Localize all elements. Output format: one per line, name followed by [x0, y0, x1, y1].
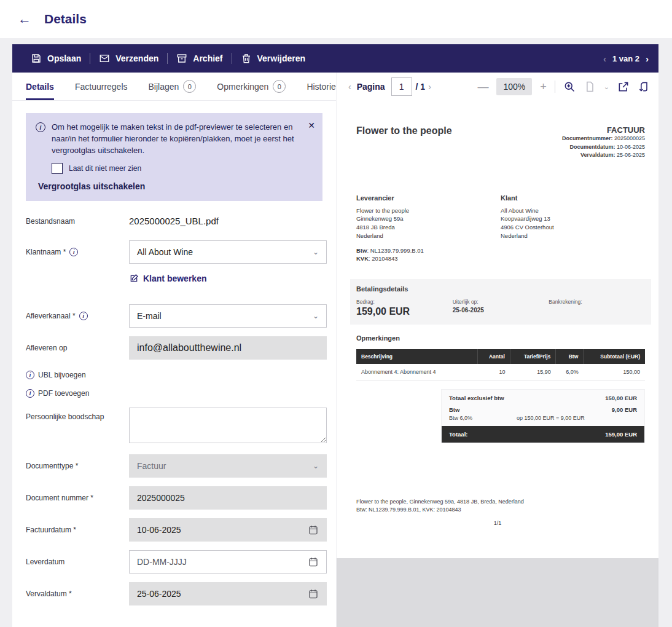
page-prev-icon[interactable]: ‹ [345, 82, 354, 92]
documentnummer-field: 2025000025 [129, 486, 327, 510]
factuurdatum-field: 10-06-2025 [129, 518, 327, 542]
document-card: Opslaan Verzenden Archief Verwijderen ‹ … [12, 44, 658, 627]
footer-ids: Btw: NL1239.79.999.B.01, KVK: 20104843 [356, 506, 645, 514]
chevron-down-icon[interactable]: ⌄ [604, 83, 609, 91]
zoom-level[interactable]: 100% [496, 78, 532, 95]
afleveren-op-label-text: Afleveren op [26, 344, 67, 352]
page-number-input[interactable] [391, 77, 412, 96]
afleverkanaal-value: E-mail [137, 311, 162, 321]
info-icon: i [36, 122, 45, 132]
klantnaam-select[interactable]: All About Wine ⌄ [129, 240, 327, 264]
invoice-lines-table: Beschrijving Aantal Tarief/Prijs Btw Sub… [356, 349, 645, 381]
vervaldatum-field: 25-06-2025 [129, 582, 327, 605]
btw-label: Btw [449, 406, 459, 413]
tab-bijlagen[interactable]: Bijlagen 0 [149, 73, 197, 100]
zoom-in-button[interactable]: + [540, 81, 547, 93]
pdf-viewer-canvas[interactable]: Flower to the people FACTUUR Documentnum… [337, 101, 658, 627]
cell-subtotaal: 150,00 [584, 364, 645, 381]
tab-opmerkingen-label: Opmerkingen [217, 82, 268, 92]
delete-button-label: Verwijderen [257, 53, 306, 63]
delete-button[interactable]: Verwijderen [232, 44, 315, 73]
archive-button-label: Archief [193, 53, 222, 63]
pager-prev-icon[interactable]: ‹ [603, 53, 606, 64]
trash-icon [241, 53, 252, 64]
supplier-btw: Btw: NL1239.79.999.B.01 [356, 246, 501, 255]
tab-historie[interactable]: Historie [307, 73, 335, 100]
chevron-down-icon: ⌄ [313, 462, 319, 470]
info-icon: i [79, 312, 88, 320]
save-button[interactable]: Opslaan [22, 44, 90, 73]
invoice-company-name: Flower to the people [356, 125, 452, 136]
mail-icon [99, 53, 110, 64]
customer-address-line: All About Wine [501, 207, 645, 215]
col-btw: Btw [556, 349, 584, 364]
total-value: 159,00 EUR [605, 431, 637, 438]
archive-button[interactable]: Archief [168, 44, 231, 73]
open-in-new-icon[interactable] [617, 81, 630, 93]
send-button[interactable]: Verzenden [90, 44, 167, 73]
col-aantal: Aantal [477, 349, 510, 364]
documenttype-value: Factuur [137, 461, 166, 471]
details-panel: Details Factuurregels Bijlagen 0 Opmerki… [12, 73, 336, 627]
dont-show-again-checkbox[interactable] [52, 163, 63, 174]
page-title: Details [44, 12, 87, 26]
document-toolbar: Opslaan Verzenden Archief Verwijderen ‹ … [12, 44, 658, 73]
pagina-label: Pagina [357, 82, 385, 92]
leverdatum-field[interactable] [129, 550, 327, 574]
customer-address-line: Nederland [501, 232, 645, 240]
chevron-down-icon: ⌄ [313, 248, 319, 256]
klant-bewerken-link[interactable]: Klant bewerken [129, 274, 327, 283]
rotate-page-icon[interactable] [638, 81, 650, 93]
due-date-value: 25-06-2025 [453, 307, 549, 314]
disable-magnifier-link[interactable]: Vergrootglas uitschakelen [38, 181, 313, 191]
documenttype-label-text: Documenttype * [26, 462, 78, 470]
supplier-address-line: Flower to the people [356, 207, 501, 215]
tab-factuurregels-label: Factuurregels [75, 82, 128, 92]
customer-address-line: Koopvaardijweg 13 [501, 215, 645, 223]
page-view-icon[interactable] [584, 81, 596, 93]
tab-bijlagen-label: Bijlagen [149, 82, 179, 92]
tab-factuurregels[interactable]: Factuurregels [75, 73, 128, 100]
cell-beschrijving: Abonnement 4: Abonnement 4 [356, 364, 477, 381]
invoice-meta-row: Vervaldatum: 25-06-2025 [562, 151, 645, 160]
zoom-out-button[interactable]: — [477, 81, 488, 93]
edit-icon [129, 274, 139, 283]
amount-value: 159,00 EUR [356, 306, 453, 317]
page-next-icon[interactable]: › [425, 82, 434, 92]
leverdatum-label: Leverdatum [26, 558, 129, 566]
calendar-icon [308, 524, 319, 535]
pager-next-icon[interactable]: › [646, 53, 649, 64]
table-row: Abonnement 4: Abonnement 4 10 15,90 6,0%… [356, 364, 645, 381]
documentnummer-label: Document nummer * [26, 494, 129, 502]
customer-block: Klant All About Wine Koopvaardijweg 13 4… [501, 194, 645, 264]
leverdatum-input[interactable] [137, 557, 308, 567]
magnifier-zoom-icon[interactable] [563, 81, 576, 93]
close-icon[interactable]: ✕ [308, 120, 315, 130]
btw-detail-rate: Btw 6,0% [449, 415, 517, 421]
bestandsnaam-label-text: Bestandsnaam [26, 217, 75, 226]
remarks-title: Opmerkingen [356, 334, 645, 342]
page-total: / 1 [416, 82, 426, 92]
afleverkanaal-label-text: Afleverkanaal * [26, 312, 76, 320]
payment-details-block: Betalingsdetails Bedrag: 159,00 EUR Uite… [350, 279, 651, 325]
afleverkanaal-label: Afleverkanaal * i [26, 312, 129, 320]
tab-details-label: Details [26, 82, 54, 92]
afleveren-op-field: info@allaboutthewine.nl [129, 336, 327, 360]
afleverkanaal-select[interactable]: E-mail ⌄ [129, 304, 327, 328]
info-icon: i [26, 371, 34, 379]
calendar-icon[interactable] [308, 556, 319, 567]
archive-icon [176, 53, 187, 64]
tab-opmerkingen[interactable]: Opmerkingen 0 [217, 73, 286, 100]
vervaldatum-value: 25-06-2025 [137, 589, 181, 599]
cell-btw: 6,0% [556, 364, 584, 381]
back-button[interactable]: ← [14, 8, 36, 30]
dont-show-again-label: Laat dit niet meer zien [69, 164, 141, 173]
boodschap-textarea[interactable] [129, 408, 327, 443]
boodschap-label: Persoonlijke boodschap [26, 412, 129, 421]
send-button-label: Verzenden [115, 53, 158, 63]
bijlagen-count-badge: 0 [183, 80, 196, 93]
tab-details[interactable]: Details [26, 73, 54, 100]
tab-historie-label: Historie [307, 82, 335, 92]
customer-address-line: 4906 CV Oosterhout [501, 223, 645, 232]
pdf-page: Flower to the people FACTUUR Documentnum… [337, 101, 658, 558]
